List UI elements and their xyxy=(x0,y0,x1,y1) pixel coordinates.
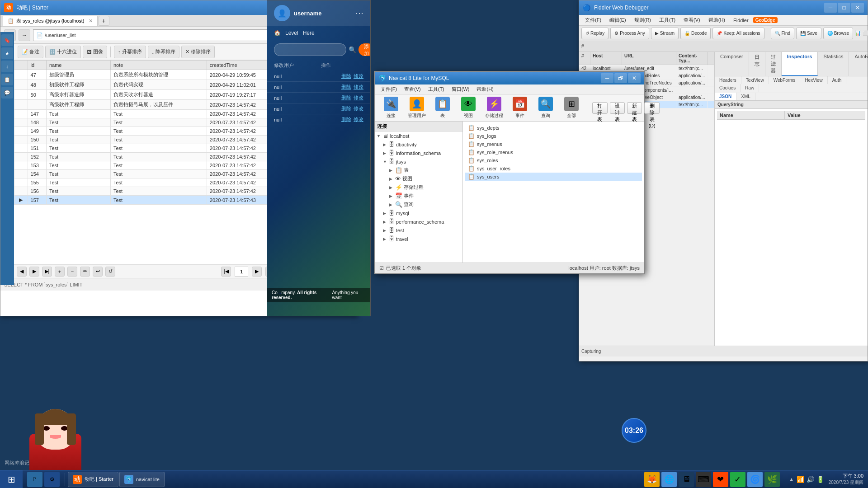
tab-filter[interactable]: 过滤器 xyxy=(765,52,782,76)
tool-query[interactable]: 🔍 查询 xyxy=(534,95,557,121)
stream-btn[interactable]: ▶ Stream xyxy=(651,28,679,39)
col-note[interactable]: note xyxy=(110,61,207,70)
tool-event[interactable]: 📅 事件 xyxy=(508,95,532,121)
sidebar-icon-2[interactable]: ★ xyxy=(1,47,13,59)
delete-table-btn[interactable]: 删除表(D) xyxy=(644,102,659,114)
tree-proc[interactable]: ▶ ⚡ 存储过程 xyxy=(375,183,462,192)
redo-btn[interactable]: ↺ xyxy=(105,267,115,277)
network-icon[interactable]: 📶 xyxy=(797,476,804,483)
delete-link[interactable]: 删除 xyxy=(341,94,351,101)
sidebar-icon-5[interactable]: 💬 xyxy=(1,87,13,99)
nav-menu-help[interactable]: 帮助(H) xyxy=(473,85,497,94)
tbl-sys-role-menus[interactable]: 📋 sys_role_menus xyxy=(465,148,642,156)
tool-table[interactable]: 📋 表 xyxy=(431,95,454,121)
del-row-btn[interactable]: − xyxy=(67,267,77,277)
app-icon-6[interactable]: ✓ xyxy=(730,472,745,487)
tool-procedure[interactable]: ⚡ 存储过程 xyxy=(482,95,506,121)
modify-link[interactable]: 修改 xyxy=(354,116,363,123)
sub-tab-auth[interactable]: Auth xyxy=(828,76,847,84)
design-table-btn[interactable]: 设计表(D) xyxy=(610,102,625,114)
app-icon-8[interactable]: 🌿 xyxy=(764,472,780,487)
sub-tab-xml[interactable]: XML xyxy=(736,93,755,100)
tree-view[interactable]: ▶ 👁 视图 xyxy=(375,174,462,183)
hex-btn[interactable]: 🔢 十六进位 xyxy=(45,46,81,58)
browse-btn[interactable]: 🌐 Browse xyxy=(823,28,853,39)
navicat-min[interactable]: ─ xyxy=(601,73,613,83)
tree-biao[interactable]: ▶ 📋 表 xyxy=(375,166,462,174)
app-icon-3[interactable]: 🖥 xyxy=(679,472,694,487)
navicat-close[interactable]: ✕ xyxy=(628,73,641,83)
tbl-sys-logs[interactable]: 📋 sys_logs xyxy=(465,132,642,140)
tree-mysql[interactable]: ▶ 🗄 mysql xyxy=(375,209,462,217)
menu-view[interactable]: 查看(V) xyxy=(680,16,704,24)
tab-sysroles[interactable]: 📋 表 sys_roles @jtsys (localhost) ✕ xyxy=(3,16,98,26)
sub-tab-headers[interactable]: Headers xyxy=(715,76,741,84)
forward-btn[interactable]: → xyxy=(19,29,30,41)
add-row-btn[interactable]: + xyxy=(55,267,65,277)
app-icon-2[interactable]: 🌐 xyxy=(661,472,677,487)
settings-icon-tbar[interactable]: ⚙ xyxy=(44,472,60,487)
sub-tab-webforms[interactable]: WebForms xyxy=(769,76,801,84)
delete-link[interactable]: 删除 xyxy=(341,84,351,90)
tab-composer[interactable]: Composer xyxy=(715,52,749,76)
keep-sessions-btn[interactable]: 📌 Keep: All sessions xyxy=(712,28,764,39)
taskbar-navicat[interactable]: 🐬 navicat lite xyxy=(119,472,165,487)
battery-icon[interactable]: 🔋 xyxy=(816,476,824,483)
save-btn[interactable]: 💾 Save xyxy=(796,28,821,39)
tree-event[interactable]: ▶ 📅 事件 xyxy=(375,192,462,200)
tab-autoresponder[interactable]: AutoResponder xyxy=(849,52,868,76)
tbl-sys-user-roles[interactable]: 📋 sys_user_roles xyxy=(465,164,642,173)
page-input[interactable] xyxy=(235,267,248,277)
tbl-sys-roles[interactable]: 📋 sys_roles xyxy=(465,156,642,164)
start-button[interactable]: ⊞ xyxy=(0,470,23,488)
open-table-btn[interactable]: 打开表(O) xyxy=(592,102,608,114)
tab-inspectors[interactable]: Inspectors xyxy=(782,52,818,76)
sidebar-icon-4[interactable]: 📋 xyxy=(1,74,13,85)
tree-travel[interactable]: ▶ 🗄 travel xyxy=(375,235,462,243)
menu-rules[interactable]: 规则(R) xyxy=(631,16,655,24)
col-id[interactable]: id xyxy=(28,61,46,70)
tool-view[interactable]: 👁 视图 xyxy=(457,95,480,121)
modify-link[interactable]: 修改 xyxy=(354,84,363,90)
tree-test[interactable]: ▶ 🗄 test xyxy=(375,226,462,235)
page-first-btn[interactable]: |◀ xyxy=(221,267,231,277)
new-table-btn[interactable]: 新建表(N) xyxy=(627,102,642,114)
share-icon[interactable]: ⋯ xyxy=(355,8,363,18)
add-user-btn[interactable]: 添加 xyxy=(359,43,371,56)
app-icon-1[interactable]: 🦊 xyxy=(644,472,660,487)
sidebar-icon-3[interactable]: ↓ xyxy=(1,61,13,72)
decode-btn[interactable]: 🔓 Decode xyxy=(680,28,711,39)
sub-tab-hexview[interactable]: HexView xyxy=(800,76,827,84)
modify-link[interactable]: 修改 xyxy=(354,94,363,101)
tool-connect[interactable]: 🔌 连接 xyxy=(379,95,403,121)
sort-desc-btn[interactable]: ↓ 降幂排序 xyxy=(148,46,180,58)
new-tab-btn[interactable]: + xyxy=(99,16,109,26)
undo-btn[interactable]: ↩ xyxy=(93,267,103,277)
note-btn[interactable]: 📝 备注 xyxy=(18,46,43,58)
nav-menu-window[interactable]: 窗口(W) xyxy=(448,85,473,94)
taskbar-clock[interactable]: 下午 3:00 2020/7/23 星期四 xyxy=(829,473,868,486)
tab-close[interactable]: ✕ xyxy=(89,18,93,24)
replay-btn[interactable]: ↺ Replay xyxy=(581,28,609,39)
process-any-btn[interactable]: ⚙ Process Any xyxy=(610,28,649,39)
nav-menu-file[interactable]: 文件(F) xyxy=(377,85,401,94)
image-btn[interactable]: 🖼 图像 xyxy=(83,46,107,58)
fiddler-min[interactable]: ─ xyxy=(824,3,837,13)
tree-jtsys[interactable]: ▼ 🗄 jtsys xyxy=(375,157,462,166)
tree-perf[interactable]: ▶ 🗄 performance_schema xyxy=(375,217,462,226)
app-icon-4[interactable]: ⌨ xyxy=(696,472,711,487)
tree-localhost[interactable]: ▼ 🖥 localhost xyxy=(375,131,462,140)
nav-menu-view[interactable]: 查看(V) xyxy=(401,85,425,94)
sort-asc-btn[interactable]: ↑ 升幂排序 xyxy=(114,46,146,58)
menu-edit[interactable]: 编辑(E) xyxy=(606,16,630,24)
modify-link[interactable]: 修改 xyxy=(354,105,363,112)
fiddler-close[interactable]: ✕ xyxy=(851,3,864,13)
navicat-restore[interactable]: 🗗 xyxy=(614,73,627,83)
modify-link[interactable]: 修改 xyxy=(354,73,363,80)
search-icon-web[interactable]: 🔍 xyxy=(349,46,356,53)
sidebar-icon-1[interactable]: 🔖 xyxy=(1,34,13,46)
page-next-nav-btn[interactable]: ▶ xyxy=(252,267,262,277)
remove-sort-btn[interactable]: ✕ 移除排序 xyxy=(181,46,215,58)
tree-query[interactable]: ▶ 🔍 查询 xyxy=(375,200,462,209)
fiddler-max[interactable]: □ xyxy=(838,3,850,13)
